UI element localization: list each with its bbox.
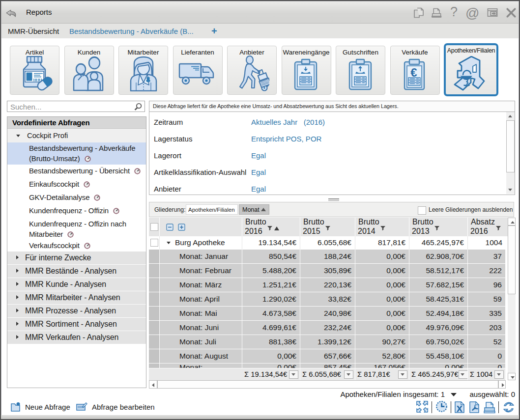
svg-text:€: €: [410, 66, 417, 79]
